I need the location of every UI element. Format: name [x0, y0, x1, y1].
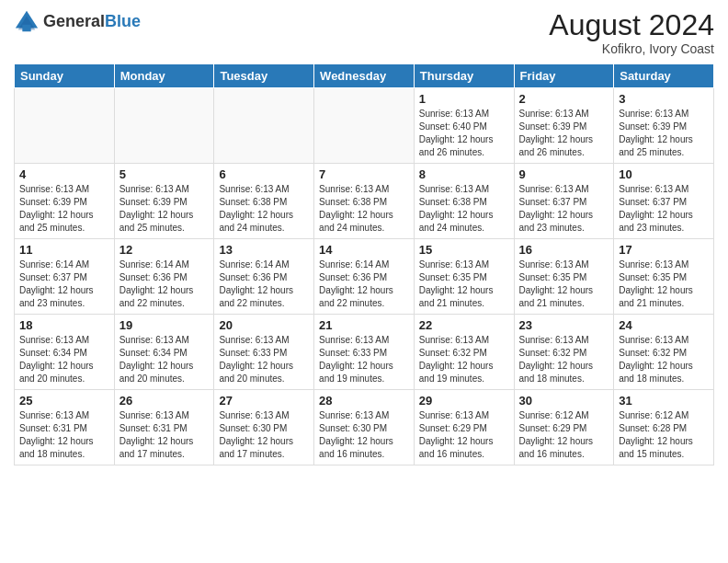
- day-number: 19: [119, 318, 210, 332]
- col-sunday: Sunday: [15, 64, 115, 88]
- day-number: 12: [119, 243, 210, 257]
- col-tuesday: Tuesday: [214, 64, 314, 88]
- day-info: Sunrise: 6:13 AM Sunset: 6:32 PM Dayligh…: [519, 334, 609, 385]
- title-section: August 2024 Kofikro, Ivory Coast: [549, 9, 714, 56]
- day-info: Sunrise: 6:13 AM Sunset: 6:34 PM Dayligh…: [119, 334, 210, 385]
- header: GeneralBlue August 2024 Kofikro, Ivory C…: [14, 9, 714, 56]
- day-info: Sunrise: 6:14 AM Sunset: 6:37 PM Dayligh…: [19, 259, 109, 310]
- page: GeneralBlue August 2024 Kofikro, Ivory C…: [0, 0, 728, 563]
- calendar-cell: 17Sunrise: 6:13 AM Sunset: 6:35 PM Dayli…: [614, 239, 714, 315]
- calendar-cell: 27Sunrise: 6:13 AM Sunset: 6:30 PM Dayli…: [214, 390, 314, 465]
- day-number: 28: [319, 394, 409, 408]
- month-year: August 2024: [549, 9, 714, 41]
- day-info: Sunrise: 6:13 AM Sunset: 6:30 PM Dayligh…: [319, 409, 409, 461]
- calendar-week-5: 25Sunrise: 6:13 AM Sunset: 6:31 PM Dayli…: [15, 390, 714, 465]
- calendar-cell: [214, 88, 314, 164]
- day-info: Sunrise: 6:13 AM Sunset: 6:37 PM Dayligh…: [519, 183, 609, 235]
- day-info: Sunrise: 6:13 AM Sunset: 6:31 PM Dayligh…: [119, 409, 210, 461]
- calendar-cell: 18Sunrise: 6:13 AM Sunset: 6:34 PM Dayli…: [15, 315, 115, 390]
- calendar-week-4: 18Sunrise: 6:13 AM Sunset: 6:34 PM Dayli…: [15, 315, 714, 390]
- calendar-cell: 24Sunrise: 6:13 AM Sunset: 6:32 PM Dayli…: [614, 315, 714, 390]
- day-number: 27: [219, 394, 309, 408]
- calendar-cell: 11Sunrise: 6:14 AM Sunset: 6:37 PM Dayli…: [15, 239, 115, 315]
- calendar: Sunday Monday Tuesday Wednesday Thursday…: [14, 63, 714, 465]
- calendar-week-1: 1Sunrise: 6:13 AM Sunset: 6:40 PM Daylig…: [15, 88, 714, 164]
- calendar-cell: 30Sunrise: 6:12 AM Sunset: 6:29 PM Dayli…: [514, 390, 614, 465]
- calendar-cell: [114, 88, 214, 164]
- calendar-cell: 8Sunrise: 6:13 AM Sunset: 6:38 PM Daylig…: [414, 164, 514, 239]
- col-saturday: Saturday: [614, 64, 714, 88]
- day-info: Sunrise: 6:13 AM Sunset: 6:37 PM Dayligh…: [619, 183, 709, 235]
- calendar-cell: 23Sunrise: 6:13 AM Sunset: 6:32 PM Dayli…: [514, 315, 614, 390]
- day-info: Sunrise: 6:13 AM Sunset: 6:38 PM Dayligh…: [319, 183, 409, 235]
- day-number: 29: [419, 394, 509, 408]
- day-info: Sunrise: 6:12 AM Sunset: 6:28 PM Dayligh…: [619, 409, 709, 461]
- calendar-cell: 10Sunrise: 6:13 AM Sunset: 6:37 PM Dayli…: [614, 164, 714, 239]
- day-info: Sunrise: 6:13 AM Sunset: 6:39 PM Dayligh…: [119, 183, 210, 235]
- day-info: Sunrise: 6:13 AM Sunset: 6:34 PM Dayligh…: [19, 334, 109, 385]
- logo-text: GeneralBlue: [43, 13, 141, 31]
- calendar-cell: 28Sunrise: 6:13 AM Sunset: 6:30 PM Dayli…: [314, 390, 415, 465]
- calendar-week-3: 11Sunrise: 6:14 AM Sunset: 6:37 PM Dayli…: [15, 239, 714, 315]
- day-number: 17: [619, 243, 709, 257]
- day-info: Sunrise: 6:14 AM Sunset: 6:36 PM Dayligh…: [119, 259, 210, 310]
- calendar-cell: 25Sunrise: 6:13 AM Sunset: 6:31 PM Dayli…: [15, 390, 115, 465]
- calendar-cell: 22Sunrise: 6:13 AM Sunset: 6:32 PM Dayli…: [414, 315, 514, 390]
- col-thursday: Thursday: [414, 64, 514, 88]
- calendar-cell: 1Sunrise: 6:13 AM Sunset: 6:40 PM Daylig…: [414, 88, 514, 164]
- day-info: Sunrise: 6:13 AM Sunset: 6:35 PM Dayligh…: [419, 259, 509, 310]
- day-info: Sunrise: 6:13 AM Sunset: 6:30 PM Dayligh…: [219, 409, 309, 461]
- day-info: Sunrise: 6:13 AM Sunset: 6:32 PM Dayligh…: [419, 334, 509, 385]
- day-info: Sunrise: 6:14 AM Sunset: 6:36 PM Dayligh…: [319, 259, 409, 310]
- calendar-cell: 6Sunrise: 6:13 AM Sunset: 6:38 PM Daylig…: [214, 164, 314, 239]
- calendar-cell: 13Sunrise: 6:14 AM Sunset: 6:36 PM Dayli…: [214, 239, 314, 315]
- day-number: 10: [619, 167, 709, 181]
- col-wednesday: Wednesday: [314, 64, 415, 88]
- day-number: 2: [519, 92, 609, 106]
- calendar-cell: 19Sunrise: 6:13 AM Sunset: 6:34 PM Dayli…: [114, 315, 214, 390]
- calendar-cell: 31Sunrise: 6:12 AM Sunset: 6:28 PM Dayli…: [614, 390, 714, 465]
- col-friday: Friday: [514, 64, 614, 88]
- day-number: 3: [619, 92, 709, 106]
- calendar-cell: 12Sunrise: 6:14 AM Sunset: 6:36 PM Dayli…: [114, 239, 214, 315]
- day-info: Sunrise: 6:13 AM Sunset: 6:39 PM Dayligh…: [619, 108, 709, 159]
- calendar-cell: 2Sunrise: 6:13 AM Sunset: 6:39 PM Daylig…: [514, 88, 614, 164]
- day-info: Sunrise: 6:13 AM Sunset: 6:33 PM Dayligh…: [319, 334, 409, 385]
- day-number: 5: [119, 167, 210, 181]
- day-number: 25: [19, 394, 109, 408]
- calendar-cell: [15, 88, 115, 164]
- day-number: 31: [619, 394, 709, 408]
- calendar-cell: 21Sunrise: 6:13 AM Sunset: 6:33 PM Dayli…: [314, 315, 415, 390]
- day-number: 22: [419, 318, 509, 332]
- location: Kofikro, Ivory Coast: [549, 41, 714, 56]
- calendar-cell: 3Sunrise: 6:13 AM Sunset: 6:39 PM Daylig…: [614, 88, 714, 164]
- day-number: 23: [519, 318, 609, 332]
- day-info: Sunrise: 6:12 AM Sunset: 6:29 PM Dayligh…: [519, 409, 609, 461]
- calendar-cell: 16Sunrise: 6:13 AM Sunset: 6:35 PM Dayli…: [514, 239, 614, 315]
- calendar-header-row: Sunday Monday Tuesday Wednesday Thursday…: [15, 64, 714, 88]
- day-number: 16: [519, 243, 609, 257]
- calendar-cell: 7Sunrise: 6:13 AM Sunset: 6:38 PM Daylig…: [314, 164, 415, 239]
- logo-blue: Blue: [105, 12, 141, 30]
- calendar-cell: 15Sunrise: 6:13 AM Sunset: 6:35 PM Dayli…: [414, 239, 514, 315]
- day-number: 11: [19, 243, 109, 257]
- col-monday: Monday: [114, 64, 214, 88]
- day-info: Sunrise: 6:13 AM Sunset: 6:35 PM Dayligh…: [619, 259, 709, 310]
- calendar-cell: 14Sunrise: 6:14 AM Sunset: 6:36 PM Dayli…: [314, 239, 415, 315]
- day-info: Sunrise: 6:13 AM Sunset: 6:29 PM Dayligh…: [419, 409, 509, 461]
- calendar-cell: 26Sunrise: 6:13 AM Sunset: 6:31 PM Dayli…: [114, 390, 214, 465]
- logo-icon: [14, 9, 40, 35]
- day-number: 26: [119, 394, 210, 408]
- day-info: Sunrise: 6:13 AM Sunset: 6:33 PM Dayligh…: [219, 334, 309, 385]
- day-number: 6: [219, 167, 309, 181]
- day-number: 13: [219, 243, 309, 257]
- day-info: Sunrise: 6:13 AM Sunset: 6:40 PM Dayligh…: [419, 108, 509, 159]
- day-info: Sunrise: 6:13 AM Sunset: 6:32 PM Dayligh…: [619, 334, 709, 385]
- calendar-cell: 5Sunrise: 6:13 AM Sunset: 6:39 PM Daylig…: [114, 164, 214, 239]
- day-number: 1: [419, 92, 509, 106]
- day-number: 20: [219, 318, 309, 332]
- calendar-cell: 29Sunrise: 6:13 AM Sunset: 6:29 PM Dayli…: [414, 390, 514, 465]
- day-number: 8: [419, 167, 509, 181]
- day-number: 15: [419, 243, 509, 257]
- day-number: 30: [519, 394, 609, 408]
